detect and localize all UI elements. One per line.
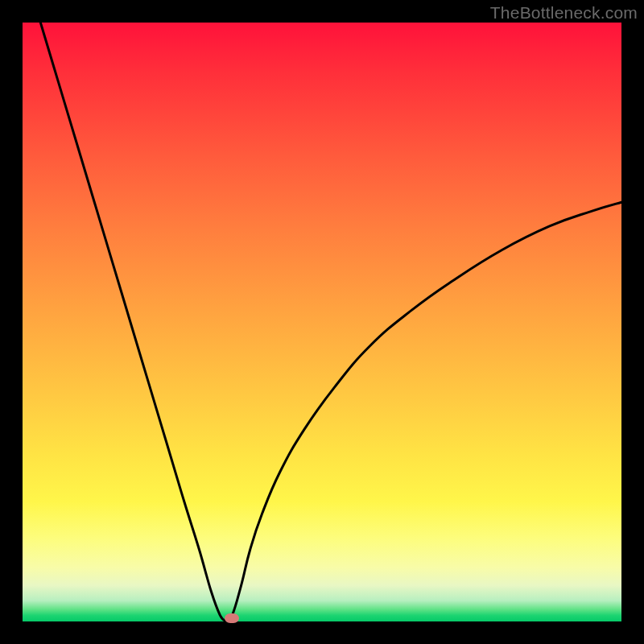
bottleneck-curve	[23, 23, 621, 621]
plot-area	[23, 23, 621, 621]
chart-frame: TheBottleneck.com	[0, 0, 644, 644]
watermark-text: TheBottleneck.com	[490, 3, 638, 23]
min-marker	[225, 613, 239, 623]
curve-path	[40, 23, 621, 621]
